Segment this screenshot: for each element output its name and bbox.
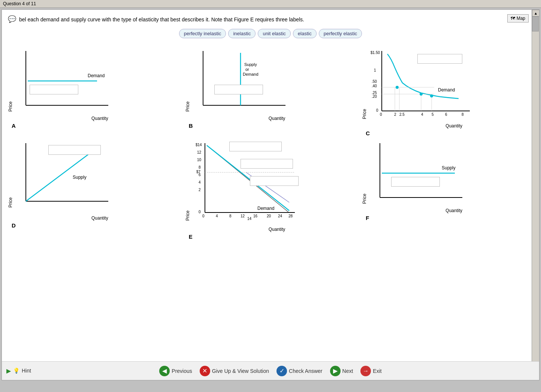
graph-panel-C: Price $1.50 1 .50 .40 .25 .20 0 — [362, 47, 533, 136]
svg-text:8: 8 — [199, 165, 201, 169]
question-area: 💬 bel each demand and supply curve with … — [2, 10, 539, 47]
graph-letter-C: C — [366, 130, 533, 136]
svg-text:4: 4 — [421, 112, 423, 117]
previous-button[interactable]: ◀ Previous — [159, 366, 192, 376]
svg-text:2: 2 — [394, 112, 396, 117]
svg-text:0: 0 — [199, 210, 201, 214]
labels-row: perfectly inelastic inelastic unit elast… — [8, 29, 533, 38]
question-text: 💬 bel each demand and supply curve with … — [8, 14, 533, 24]
graph-panel-E: Price $14 12 10 8 $7 6 4 2 — [185, 139, 356, 240]
answer-box-E2[interactable] — [241, 159, 293, 169]
x-axis-label-A: Quantity — [21, 116, 179, 121]
svg-point-34 — [430, 94, 433, 97]
graph-svg-B: Supply or Demand — [192, 47, 289, 115]
graph-letter-F: F — [366, 215, 533, 221]
x-axis-label-E: Quantity — [198, 227, 356, 232]
hint-label[interactable]: Hint — [22, 368, 31, 374]
svg-text:or: or — [245, 67, 249, 72]
svg-text:$1.50: $1.50 — [371, 51, 380, 55]
previous-icon: ◀ — [159, 366, 170, 376]
svg-text:.40: .40 — [372, 84, 377, 88]
check-answer-icon: ✓ — [276, 366, 287, 376]
svg-text:Demand: Demand — [438, 87, 455, 93]
svg-text:0: 0 — [376, 108, 378, 112]
answer-box-F[interactable] — [391, 177, 440, 187]
answer-box-D[interactable] — [48, 145, 101, 155]
svg-text:0: 0 — [380, 112, 382, 117]
answer-box-C[interactable] — [417, 54, 462, 64]
svg-text:5: 5 — [432, 112, 434, 117]
y-axis-label-C: Price — [362, 52, 367, 119]
svg-text:16: 16 — [253, 214, 258, 218]
x-axis-label-F: Quantity — [375, 208, 533, 213]
give-up-icon: ✕ — [200, 366, 210, 376]
hint-bulb-icon: 💡 — [13, 368, 19, 374]
answer-box-E1[interactable] — [229, 142, 282, 151]
give-up-button[interactable]: ✕ Give Up & View Solution — [200, 366, 269, 376]
svg-text:Demand: Demand — [88, 73, 105, 78]
graph-svg-A: Demand — [15, 47, 112, 115]
svg-text:Supply: Supply — [442, 165, 456, 171]
check-answer-button[interactable]: ✓ Check Answer — [276, 366, 322, 376]
svg-text:10: 10 — [197, 158, 202, 162]
svg-text:14: 14 — [247, 217, 252, 221]
y-axis-label-F: Price — [362, 144, 367, 204]
y-axis-label-E: Price — [185, 146, 190, 221]
svg-text:$14: $14 — [196, 143, 202, 147]
x-axis-label-C: Quantity — [375, 123, 533, 129]
graph-panel-F: Price Supply Quantity F — [362, 139, 533, 240]
hint-bar: ▶ 💡 Hint — [2, 361, 31, 380]
bottom-bar: ◀ Previous ✕ Give Up & View Solution ✓ C… — [2, 361, 539, 380]
y-axis-label-D: Price — [8, 148, 13, 208]
chip-perfectly-elastic[interactable]: perfectly elastic — [319, 29, 362, 38]
x-axis-label-D: Quantity — [21, 215, 179, 221]
graph-letter-D: D — [12, 222, 179, 229]
y-axis-label-B: Price — [185, 52, 190, 112]
answer-box-B[interactable] — [214, 85, 263, 94]
svg-text:Demand: Demand — [257, 206, 274, 211]
hint-icon: ▶ — [6, 367, 11, 374]
x-axis-label-B: Quantity — [198, 116, 356, 121]
y-axis-label-A: Price — [8, 52, 13, 112]
svg-text:4: 4 — [199, 180, 201, 184]
svg-text:24: 24 — [278, 214, 282, 218]
svg-text:1: 1 — [374, 68, 376, 72]
svg-text:Supply: Supply — [73, 175, 87, 180]
graphs-grid: Price Demand Quantity A — [2, 47, 539, 240]
answer-box-A[interactable] — [30, 85, 78, 94]
svg-text:12: 12 — [241, 214, 245, 218]
exit-icon: → — [360, 366, 371, 376]
svg-text:.20: .20 — [372, 94, 377, 99]
graph-panel-A: Price Demand Quantity A — [8, 47, 179, 136]
chip-inelastic[interactable]: inelastic — [228, 29, 256, 38]
main-container: ▲ ▼ 💬 bel each demand and supply curve w… — [1, 9, 540, 380]
question-number: Question 4 of 11 — [3, 1, 36, 6]
svg-text:28: 28 — [288, 214, 293, 218]
graph-panel-B: Price Supply or Demand — [185, 47, 356, 136]
answer-box-E3[interactable] — [250, 176, 299, 186]
svg-text:8: 8 — [462, 112, 464, 117]
graph-svg-F: Supply — [369, 139, 466, 207]
svg-point-33 — [420, 93, 423, 96]
map-icon: 🗺 — [511, 16, 515, 21]
chip-elastic[interactable]: elastic — [293, 29, 317, 38]
chip-perfectly-inelastic[interactable]: perfectly inelastic — [179, 29, 226, 38]
svg-text:4: 4 — [216, 214, 218, 218]
svg-text:8: 8 — [229, 214, 232, 218]
svg-text:0: 0 — [202, 214, 205, 218]
exit-button[interactable]: → Exit — [360, 366, 381, 376]
next-button[interactable]: ▶ Next — [330, 366, 353, 376]
next-icon: ▶ — [330, 366, 341, 376]
graph-letter-B: B — [189, 123, 356, 129]
svg-text:2.5: 2.5 — [399, 112, 405, 117]
graph-panel-D: Price Supply Quantity D — [8, 139, 179, 240]
svg-text:Supply: Supply — [244, 62, 257, 67]
svg-text:12: 12 — [197, 150, 202, 154]
title-bar: Question 4 of 11 — [0, 0, 541, 8]
svg-text:2: 2 — [199, 188, 201, 192]
graph-letter-E: E — [189, 233, 356, 240]
map-button[interactable]: 🗺 Map — [507, 14, 529, 22]
chip-unit-elastic[interactable]: unit elastic — [258, 29, 290, 38]
svg-text:20: 20 — [267, 214, 271, 218]
svg-text:Demand: Demand — [243, 72, 259, 76]
